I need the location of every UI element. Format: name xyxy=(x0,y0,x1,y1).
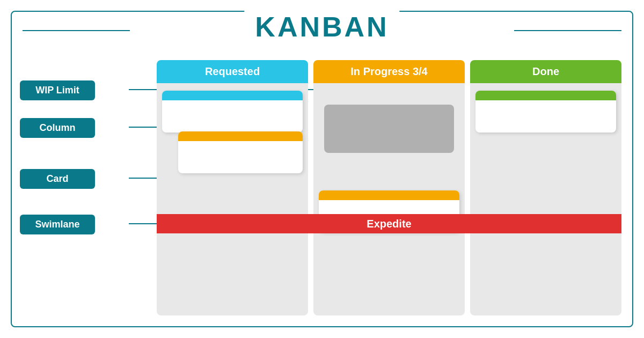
column-header-in-progress: In Progress 3/4 xyxy=(313,60,465,83)
label-badge-column: Column xyxy=(20,118,95,138)
card-top-bar xyxy=(475,91,616,100)
kanban-columns-area: Requested In Progress 3/4 xyxy=(157,60,621,315)
card-requested-2 xyxy=(178,131,303,173)
column-header-done: Done xyxy=(470,60,621,83)
card-done-1 xyxy=(475,91,616,133)
column-done: Done xyxy=(470,60,621,315)
label-badge-card: Card xyxy=(20,169,95,189)
label-swimlane: Swimlane xyxy=(20,215,95,234)
column-requested: Requested xyxy=(157,60,308,315)
title-line-right xyxy=(514,30,621,31)
label-card: Card xyxy=(20,169,95,189)
label-wip-limit: WIP Limit xyxy=(20,80,95,100)
column-in-progress: In Progress 3/4 xyxy=(313,60,465,315)
swimlane-spacer xyxy=(319,163,459,182)
title-line-left xyxy=(23,30,130,31)
card-placeholder xyxy=(324,105,454,153)
column-header-requested: Requested xyxy=(157,60,308,83)
card-content xyxy=(475,100,616,133)
label-badge-wip-limit: WIP Limit xyxy=(20,80,95,100)
label-badge-swimlane: Swimlane xyxy=(20,215,95,234)
card-top-bar xyxy=(162,91,303,100)
column-body-requested xyxy=(157,83,308,315)
swimlane-label: Expedite xyxy=(367,218,411,230)
swimlane-spacer xyxy=(162,178,303,197)
swimlane-spacer xyxy=(475,137,616,156)
card-content xyxy=(162,100,303,133)
card-requested-1 xyxy=(162,91,303,133)
card-top-bar xyxy=(178,131,303,141)
column-body-in-progress xyxy=(313,83,465,315)
card-content xyxy=(178,141,303,173)
page-title: KANBAN xyxy=(244,11,399,43)
column-body-done xyxy=(470,83,621,315)
card-top-bar xyxy=(319,190,459,200)
kanban-board: KANBAN Expedite Requested xyxy=(11,11,633,327)
label-column: Column xyxy=(20,118,95,138)
swimlane-bar: Expedite xyxy=(157,214,621,233)
